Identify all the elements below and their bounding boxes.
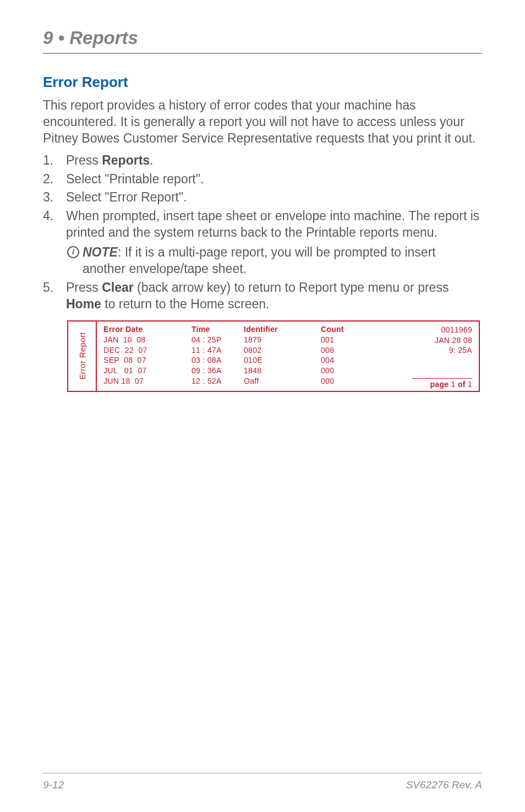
- ticket-hdr-date: Error Date: [103, 325, 192, 334]
- table-row: 1848: [244, 366, 321, 376]
- step-1: Press Reports.: [43, 152, 482, 169]
- table-row: 010E: [244, 355, 321, 366]
- table-row: JUL 01 07: [103, 366, 192, 376]
- step-1-text-a: Press: [66, 153, 102, 167]
- table-row: 0802: [244, 345, 321, 356]
- intro-paragraph: This report provides a history of error …: [43, 97, 482, 147]
- page-footer: 9-12 SV62276 Rev. A: [43, 779, 482, 791]
- footer-rule: [43, 773, 482, 773]
- step-5-keyword-1: Clear: [102, 280, 134, 295]
- ticket-meta-time: 9: 25A: [435, 345, 472, 356]
- error-report-ticket: Error Report Error Date JAN 10 08 DEC 22…: [67, 320, 480, 392]
- note-body: : If it is a multi-page report, you will…: [83, 245, 436, 276]
- note-text: NOTE: If it is a multi-page report, you …: [83, 244, 482, 277]
- step-5-text-a: Press: [66, 280, 102, 295]
- footer-right: SV62276 Rev. A: [406, 779, 482, 791]
- ticket-col-date: Error Date JAN 10 08 DEC 22 07 SEP 08 07…: [103, 325, 192, 386]
- ticket-side-text: Error Report: [78, 333, 87, 380]
- table-row: 001: [321, 335, 376, 345]
- step-3: Select "Error Report".: [43, 189, 482, 206]
- table-row: 000: [321, 366, 376, 376]
- table-row: 000: [321, 376, 376, 386]
- table-row: 04 : 25P: [192, 335, 244, 345]
- section-title: Error Report: [43, 74, 482, 91]
- table-row: JUN 18 07: [103, 376, 192, 386]
- ticket-col-identifier: Identifier 1879 0802 010E 1848 Oaff: [244, 325, 321, 386]
- page-n: 1: [451, 380, 456, 389]
- table-row: 1879: [244, 335, 321, 345]
- ticket-meta-serial: 0011969: [435, 325, 472, 335]
- table-row: SEP 08 07: [103, 355, 192, 366]
- ticket-hdr-count: Count: [321, 325, 376, 334]
- page-of: of: [458, 380, 466, 389]
- step-1-text-c: .: [150, 153, 153, 167]
- table-row: 008: [321, 345, 376, 356]
- table-row: 004: [321, 355, 376, 366]
- footer-left: 9-12: [43, 779, 64, 791]
- ticket-body: Error Date JAN 10 08 DEC 22 07 SEP 08 07…: [97, 321, 479, 391]
- table-row: 12 : 52A: [192, 376, 244, 386]
- step-5-text-e: to return to the Home screen.: [101, 297, 270, 311]
- table-row: 09 : 36A: [192, 366, 244, 376]
- steps-list: Press Reports. Select "Printable report"…: [43, 152, 482, 313]
- step-1-keyword: Reports: [102, 153, 150, 167]
- table-row: 03 : 08A: [192, 355, 244, 366]
- page-total: 1: [468, 380, 472, 389]
- ticket-col-count: Count 001 008 004 000 000: [321, 325, 376, 386]
- ticket-hdr-time: Time: [192, 325, 244, 334]
- ticket-columns: Error Date JAN 10 08 DEC 22 07 SEP 08 07…: [103, 325, 472, 386]
- note-block: i NOTE: If it is a multi-page report, yo…: [66, 244, 482, 277]
- table-row: DEC 22 07: [103, 345, 192, 356]
- step-5-text-c: (back arrow key) to return to Report typ…: [134, 280, 449, 295]
- note-label: NOTE: [83, 245, 118, 259]
- ticket-hdr-identifier: Identifier: [244, 325, 321, 334]
- table-row: 11 : 47A: [192, 345, 244, 356]
- step-5: Press Clear (back arrow key) to return t…: [43, 280, 482, 313]
- page-word: page: [430, 380, 449, 389]
- table-row: Oaff: [244, 376, 321, 386]
- ticket-meta: 0011969 JAN 28 08 9: 25A: [435, 325, 472, 356]
- table-row: JAN 10 08: [103, 335, 192, 345]
- step-4: When prompted, insert tape sheet or enve…: [43, 208, 482, 277]
- ticket-col-time: Time 04 : 25P 11 : 47A 03 : 08A 09 : 36A…: [192, 325, 244, 386]
- ticket-side-label: Error Report: [68, 321, 97, 391]
- step-4-text: When prompted, insert tape sheet or enve…: [66, 209, 479, 239]
- step-5-keyword-2: Home: [66, 297, 101, 311]
- info-icon: i: [67, 246, 79, 258]
- chapter-header: 9 • Reports: [43, 28, 482, 54]
- ticket-page: page 1 of 1: [412, 378, 472, 389]
- ticket-meta-date: JAN 28 08: [435, 335, 472, 346]
- step-2: Select "Printable report".: [43, 171, 482, 188]
